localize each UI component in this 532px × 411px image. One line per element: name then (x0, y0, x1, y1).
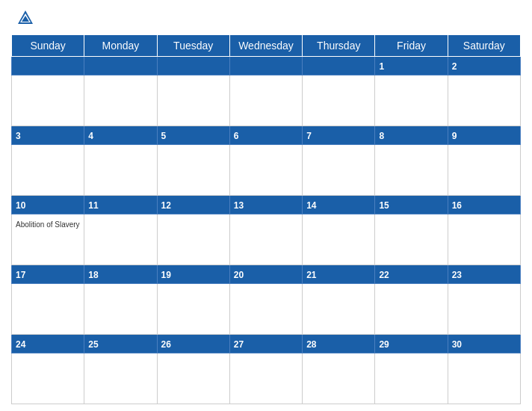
date-cell: 10 (12, 196, 84, 214)
date-cell: 24 (12, 335, 84, 353)
week-content-row-2: Abolition of Slavery (12, 214, 521, 265)
event-cell (12, 353, 84, 404)
event-cell (12, 145, 84, 196)
day-number: 9 (452, 131, 457, 141)
event-cell (448, 214, 520, 265)
event-cell (303, 145, 375, 196)
day-number: 14 (306, 200, 316, 211)
day-number: 12 (161, 200, 171, 211)
date-cell: 13 (229, 196, 302, 214)
date-cell: 21 (303, 265, 375, 284)
date-cell: 9 (448, 126, 520, 145)
day-of-week-thursday: Thursday (303, 35, 375, 57)
day-number: 1 (379, 61, 384, 72)
day-number: 25 (88, 339, 98, 350)
date-cell: 17 (12, 265, 84, 284)
date-cell (157, 57, 229, 75)
date-cell: 28 (303, 335, 375, 353)
date-cell: 8 (375, 126, 448, 145)
day-number: 16 (452, 200, 462, 211)
day-number: 3 (16, 131, 21, 141)
day-number: 23 (452, 270, 462, 280)
day-number: 22 (379, 270, 389, 280)
week-row-1: 3456789 (12, 126, 521, 145)
week-row-4: 24252627282930 (12, 335, 521, 353)
day-of-week-monday: Monday (84, 35, 157, 57)
day-number: 27 (234, 339, 244, 350)
date-cell: 25 (84, 335, 157, 353)
days-of-week-row: SundayMondayTuesdayWednesdayThursdayFrid… (12, 35, 521, 57)
date-cell (12, 57, 84, 75)
date-cell: 20 (229, 265, 302, 284)
day-of-week-wednesday: Wednesday (229, 35, 302, 57)
event-cell (229, 145, 302, 196)
day-number: 17 (16, 270, 25, 280)
event-cell (84, 214, 157, 265)
date-cell: 3 (12, 126, 84, 145)
event-cell (303, 75, 375, 126)
event-cell (375, 353, 448, 404)
event-cell (375, 214, 448, 265)
event-cell (303, 214, 375, 265)
day-number: 26 (161, 339, 171, 350)
day-number: 21 (306, 270, 316, 280)
day-of-week-tuesday: Tuesday (157, 35, 229, 57)
event-cell: Abolition of Slavery (12, 214, 84, 265)
event-cell (157, 75, 229, 126)
event-cell (84, 75, 157, 126)
event-cell (157, 284, 229, 335)
event-cell (303, 353, 375, 404)
week-content-row-1 (12, 145, 521, 196)
date-cell: 14 (303, 196, 375, 214)
day-of-week-sunday: Sunday (12, 35, 84, 57)
event-cell (12, 75, 84, 126)
day-number: 30 (452, 339, 462, 350)
date-cell: 6 (229, 126, 302, 145)
date-cell: 11 (84, 196, 157, 214)
event-cell (84, 145, 157, 196)
day-number: 2 (452, 61, 457, 72)
day-number: 4 (88, 131, 93, 141)
date-cell: 19 (157, 265, 229, 284)
event-cell (84, 284, 157, 335)
day-number: 15 (379, 200, 389, 211)
event-cell (448, 353, 520, 404)
day-of-week-friday: Friday (375, 35, 448, 57)
date-cell: 23 (448, 265, 520, 284)
event-cell (12, 284, 84, 335)
date-cell: 29 (375, 335, 448, 353)
calendar-table: SundayMondayTuesdayWednesdayThursdayFrid… (11, 34, 521, 404)
event-cell (84, 353, 157, 404)
date-cell: 18 (84, 265, 157, 284)
date-cell: 26 (157, 335, 229, 353)
event-cell (375, 75, 448, 126)
day-number: 10 (16, 200, 25, 211)
date-cell: 30 (448, 335, 520, 353)
event-cell (157, 145, 229, 196)
date-cell: 4 (84, 126, 157, 145)
day-number: 24 (16, 339, 25, 350)
day-number: 19 (161, 270, 171, 280)
event-cell (229, 284, 302, 335)
event-cell (448, 284, 520, 335)
day-number: 18 (88, 270, 98, 280)
date-cell: 22 (375, 265, 448, 284)
event-cell (229, 75, 302, 126)
day-number: 7 (306, 131, 312, 141)
date-cell: 12 (157, 196, 229, 214)
date-cell: 1 (375, 57, 448, 75)
week-content-row-0 (12, 75, 521, 126)
day-number: 29 (379, 339, 389, 350)
calendar-header (11, 7, 521, 28)
logo (15, 7, 39, 28)
event-cell (375, 145, 448, 196)
date-cell: 16 (448, 196, 520, 214)
event-cell (229, 214, 302, 265)
date-cell: 27 (229, 335, 302, 353)
week-row-3: 17181920212223 (12, 265, 521, 284)
day-of-week-saturday: Saturday (448, 35, 520, 57)
date-cell (84, 57, 157, 75)
date-cell: 5 (157, 126, 229, 145)
week-row-2: 10111213141516 (12, 196, 521, 214)
day-number: 6 (234, 131, 239, 141)
